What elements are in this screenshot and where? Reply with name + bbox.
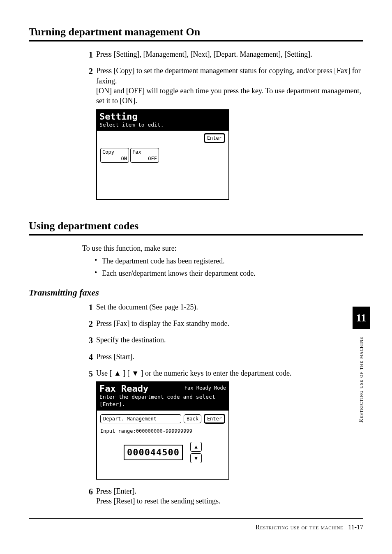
step-text: Use [ ▲ ] [ ▼ ] or the numeric keys to e…	[96, 368, 363, 378]
department-code-value[interactable]: 000044500	[124, 445, 183, 460]
lcd-subtitle: Select item to edit.	[99, 122, 164, 128]
step-text: Specify the destination.	[96, 335, 363, 345]
lcd-titlebar: Fax Ready Mode Fax Ready Enter the depar…	[97, 382, 228, 410]
enter-softkey[interactable]: Enter	[204, 133, 225, 143]
step-number: 5	[82, 368, 93, 379]
step-text: Press [Start].	[96, 352, 363, 362]
steps-transmitting: 1 Set the document (See page 1-25). 2 Pr…	[82, 302, 363, 512]
fax-toggle-label: Fax	[132, 149, 141, 155]
step-number: 2	[82, 66, 93, 77]
step-text-extra: Press [Reset] to reset the sending setti…	[96, 497, 220, 505]
lcd-mode-label: Fax Ready Mode	[184, 385, 226, 391]
step: 1 Set the document (See page 1-25).	[82, 302, 363, 319]
enter-softkey[interactable]: Enter	[204, 414, 225, 424]
lcd-fax-ready-panel: Fax Ready Mode Fax Ready Enter the depar…	[96, 381, 229, 479]
step-text: Press [Fax] to display the Fax standby m…	[96, 319, 363, 328]
step: 5 Use [ ▲ ] [ ▼ ] or the numeric keys to…	[82, 368, 363, 486]
lcd-title: Setting	[99, 112, 226, 121]
lcd-setting-panel: Setting Select item to edit. Enter Copy …	[96, 109, 229, 200]
footer-page-number: 11-17	[348, 524, 363, 531]
step-text: Press [Setting], [Management], [Next], […	[96, 49, 363, 59]
depart-management-field[interactable]: Depart. Management	[100, 414, 181, 423]
section-heading-turning-on: Turning department management On	[29, 25, 363, 39]
page-root: 11 Restricting use of the machine Turnin…	[0, 0, 392, 554]
heading-rule-thin	[29, 42, 363, 42]
step-text: Set the document (See page 1-25).	[96, 302, 363, 312]
lcd-subtitle: Enter the department code and select [En…	[99, 394, 215, 407]
copy-toggle[interactable]: Copy ON	[100, 148, 129, 163]
chevron-down-icon: ▼	[194, 455, 197, 462]
step: 3 Specify the destination.	[82, 335, 363, 351]
section-heading-using-codes: Using department codes	[29, 219, 363, 233]
step: 6 Press [Enter]. Press [Reset] to reset …	[82, 486, 363, 513]
heading-rule-thin	[29, 235, 363, 236]
bullet-item: Each user/department knows their departm…	[95, 268, 363, 281]
step-number: 4	[82, 352, 93, 363]
arrow-up-button[interactable]: ▲	[190, 442, 202, 452]
footer-section-name: Restricting use of the machine	[256, 524, 343, 531]
step-number: 2	[82, 319, 93, 330]
page-footer: Restricting use of the machine 11-17	[29, 518, 363, 532]
step-text-extra: [ON] and [OFF] will toggle each time you…	[96, 87, 361, 105]
using-codes-intro: To use this function, make sure:	[82, 243, 363, 253]
using-codes-bullets: The department code has been registered.…	[95, 256, 363, 281]
footer-rule	[29, 518, 363, 519]
steps-turning-on: 1 Press [Setting], [Management], [Next],…	[82, 49, 363, 206]
step-text: Press [Enter].	[96, 487, 136, 495]
fax-toggle[interactable]: Fax OFF	[130, 148, 159, 163]
step: 4 Press [Start].	[82, 352, 363, 368]
step-text: Press [Copy] to set the department manag…	[96, 67, 361, 85]
fax-toggle-state: OFF	[148, 155, 157, 162]
step-2: 2 Press [Copy] to set the department man…	[82, 66, 363, 206]
input-range-label: Input range:000000000-999999999	[100, 428, 225, 434]
subheading-transmitting-faxes: Transmitting faxes	[29, 286, 363, 299]
copy-toggle-state: ON	[121, 155, 127, 162]
heading-rule	[29, 40, 363, 41]
lcd-titlebar: Setting Select item to edit.	[97, 110, 228, 131]
chevron-up-icon: ▲	[194, 443, 197, 450]
step-number: 1	[82, 49, 93, 60]
step-number: 3	[82, 335, 93, 346]
step-1: 1 Press [Setting], [Management], [Next],…	[82, 49, 363, 66]
bullet-item: The department code has been registered.	[95, 256, 363, 268]
heading-rule	[29, 234, 363, 235]
arrow-down-button[interactable]: ▼	[190, 453, 202, 463]
step-number: 6	[82, 486, 93, 497]
back-softkey[interactable]: Back	[184, 414, 201, 423]
copy-toggle-label: Copy	[102, 149, 114, 155]
step: 2 Press [Fax] to display the Fax standby…	[82, 319, 363, 335]
step-number: 1	[82, 302, 93, 313]
